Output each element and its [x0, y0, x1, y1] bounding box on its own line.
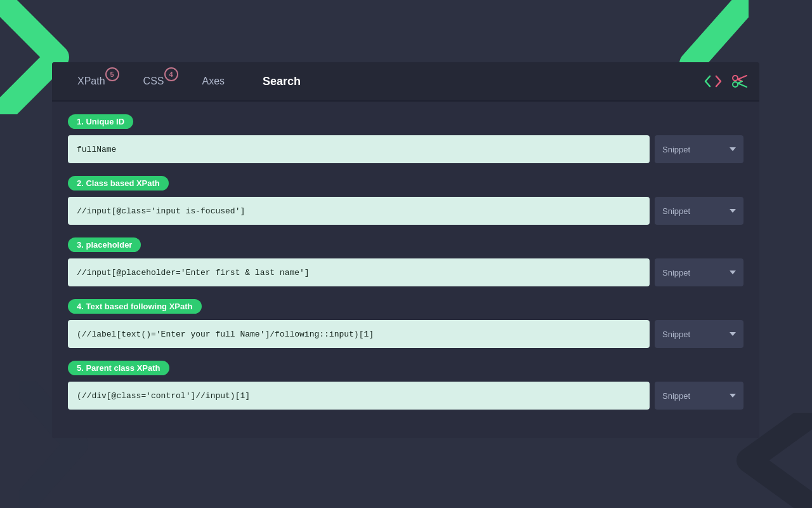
svg-line-5	[738, 81, 742, 83]
section-text-xpath-label: 4. Text based following XPath	[68, 299, 202, 314]
placeholder-snippet-select[interactable]: Snippet	[655, 258, 743, 286]
section-parent-class-xpath: 5. Parent class XPath Snippet	[68, 361, 743, 410]
section-placeholder: 3. placeholder Snippet	[68, 237, 743, 286]
section-class-xpath-label: 2. Class based XPath	[68, 176, 169, 190]
section-placeholder-row: Snippet	[68, 258, 743, 286]
class-xpath-snippet-select[interactable]: Snippet	[655, 197, 743, 225]
tab-axes-label: Axes	[202, 76, 225, 87]
section-parent-xpath-label: 5. Parent class XPath	[68, 361, 169, 375]
tab-axes[interactable]: Axes	[183, 62, 244, 100]
unique-id-input[interactable]	[68, 135, 650, 163]
placeholder-input[interactable]	[68, 258, 650, 286]
parent-xpath-input[interactable]	[68, 382, 650, 410]
tab-css[interactable]: CSS 4	[124, 62, 183, 100]
tab-xpath-label: XPath	[77, 76, 105, 87]
text-xpath-input[interactable]	[68, 320, 650, 348]
tab-xpath-badge: 5	[105, 67, 119, 81]
scissors-icon-button[interactable]	[726, 68, 753, 95]
tab-bar: XPath 5 CSS 4 Axes Search	[52, 62, 759, 102]
section-class-based-xpath: 2. Class based XPath Snippet	[68, 176, 743, 225]
text-xpath-snippet-select[interactable]: Snippet	[655, 320, 743, 348]
scissors-icon	[731, 74, 749, 89]
section-parent-xpath-row: Snippet	[68, 382, 743, 410]
main-panel: XPath 5 CSS 4 Axes Search	[52, 62, 759, 438]
tab-css-badge: 4	[164, 67, 178, 81]
tab-search-label: Search	[263, 75, 301, 88]
svg-line-2	[738, 76, 747, 79]
section-unique-id: 1. Unique ID Snippet	[68, 114, 743, 163]
tab-xpath[interactable]: XPath 5	[58, 62, 124, 100]
tab-search[interactable]: Search	[244, 62, 320, 100]
section-text-based-xpath: 4. Text based following XPath Snippet	[68, 299, 743, 348]
content-area: 1. Unique ID Snippet 2. Class based XPat…	[52, 102, 759, 438]
section-unique-id-row: Snippet	[68, 135, 743, 163]
section-placeholder-label: 3. placeholder	[68, 237, 141, 252]
section-text-xpath-row: Snippet	[68, 320, 743, 348]
unique-id-snippet-select[interactable]: Snippet	[655, 135, 743, 163]
section-class-xpath-row: Snippet	[68, 197, 743, 225]
parent-xpath-snippet-select[interactable]: Snippet	[655, 382, 743, 410]
code-icon	[704, 75, 722, 88]
svg-point-1	[733, 82, 738, 87]
code-icon-button[interactable]	[700, 68, 726, 95]
class-xpath-input[interactable]	[68, 197, 650, 225]
svg-point-0	[733, 76, 738, 81]
section-unique-id-label: 1. Unique ID	[68, 114, 133, 129]
svg-line-3	[738, 83, 747, 87]
tab-css-label: CSS	[143, 76, 164, 87]
